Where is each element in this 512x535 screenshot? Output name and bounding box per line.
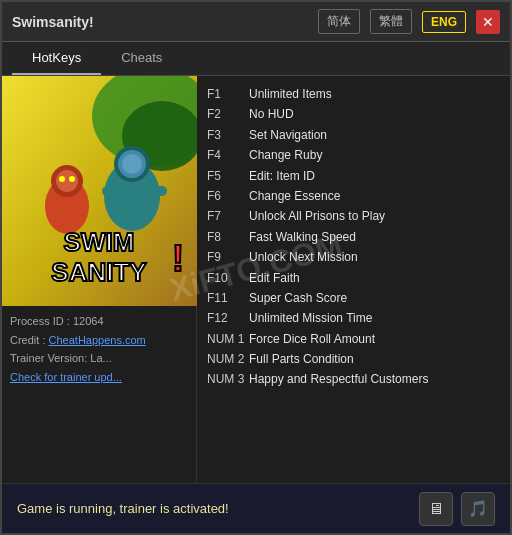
- hotkey-key: F3: [207, 125, 249, 145]
- tab-cheats[interactable]: Cheats: [101, 42, 182, 75]
- list-item: F9Unlock Next Mission: [207, 247, 500, 267]
- window-title: Swimsanity!: [12, 14, 308, 30]
- hotkey-key: F4: [207, 145, 249, 165]
- svg-point-12: [59, 176, 65, 182]
- game-image: SWIM SANITY !: [2, 76, 197, 306]
- hotkey-key: F7: [207, 206, 249, 226]
- hotkey-label: Happy and Respectful Customers: [249, 369, 428, 389]
- list-item: F6Change Essence: [207, 186, 500, 206]
- list-item: F1Unlimited Items: [207, 84, 500, 104]
- status-icons: 🖥 🎵: [419, 492, 495, 526]
- svg-point-11: [56, 170, 78, 192]
- hotkey-label: Unlock All Prisons to Play: [249, 206, 385, 226]
- svg-text:!: !: [172, 238, 184, 279]
- credit-label: Credit :: [10, 334, 45, 346]
- list-item: F12Unlimited Mission Time: [207, 308, 500, 328]
- list-item: NUM 2Full Parts Condition: [207, 349, 500, 369]
- tabs-bar: HotKeys Cheats: [2, 42, 510, 76]
- credit-row: Credit : CheatHappens.com: [10, 331, 188, 350]
- hotkey-label: Force Dice Roll Amount: [249, 329, 375, 349]
- hotkey-key: NUM 3: [207, 369, 249, 389]
- music-button[interactable]: 🎵: [461, 492, 495, 526]
- list-item: F3Set Navigation: [207, 125, 500, 145]
- svg-rect-7: [102, 186, 117, 196]
- list-item: NUM 1Force Dice Roll Amount: [207, 329, 500, 349]
- status-message: Game is running, trainer is activated!: [17, 501, 229, 516]
- hotkey-label: Edit: Item ID: [249, 166, 315, 186]
- list-item: F10Edit Faith: [207, 268, 500, 288]
- lang-traditional-btn[interactable]: 繁體: [370, 9, 412, 34]
- hotkey-key: F8: [207, 227, 249, 247]
- svg-text:SWIM: SWIM: [64, 227, 135, 257]
- hotkey-label: Fast Walking Speed: [249, 227, 356, 247]
- svg-point-13: [69, 176, 75, 182]
- status-bar: Game is running, trainer is activated! 🖥…: [2, 483, 510, 533]
- hotkey-key: F11: [207, 288, 249, 308]
- main-window: Swimsanity! 简体 繁體 ENG ✕ HotKeys Cheats: [0, 0, 512, 535]
- list-item: F8Fast Walking Speed: [207, 227, 500, 247]
- hotkey-key: NUM 2: [207, 349, 249, 369]
- hotkey-label: Full Parts Condition: [249, 349, 354, 369]
- hotkey-label: Change Essence: [249, 186, 340, 206]
- list-item: F2No HUD: [207, 104, 500, 124]
- hotkey-label: No HUD: [249, 104, 294, 124]
- hotkey-label: Edit Faith: [249, 268, 300, 288]
- hotkey-label: Unlimited Mission Time: [249, 308, 372, 328]
- update-link-text[interactable]: Check for trainer upd...: [10, 371, 122, 383]
- monitor-icon: 🖥: [428, 500, 444, 518]
- lang-eng-btn[interactable]: ENG: [422, 11, 466, 33]
- monitor-button[interactable]: 🖥: [419, 492, 453, 526]
- list-item: NUM 3Happy and Respectful Customers: [207, 369, 500, 389]
- main-body: SWIM SANITY ! Process ID : 12064 Credit …: [2, 76, 510, 483]
- close-button[interactable]: ✕: [476, 10, 500, 34]
- list-item: F7Unlock All Prisons to Play: [207, 206, 500, 226]
- hotkey-label: Unlimited Items: [249, 84, 332, 104]
- hotkey-label: Change Ruby: [249, 145, 322, 165]
- hotkey-label: Unlock Next Mission: [249, 247, 358, 267]
- title-bar: Swimsanity! 简体 繁體 ENG ✕: [2, 2, 510, 42]
- hotkey-key: F9: [207, 247, 249, 267]
- svg-point-6: [122, 154, 142, 174]
- hotkey-key: F10: [207, 268, 249, 288]
- hotkey-key: NUM 1: [207, 329, 249, 349]
- lang-simplified-btn[interactable]: 简体: [318, 9, 360, 34]
- check-update-link[interactable]: Check for trainer upd...: [10, 368, 188, 387]
- svg-text:SANITY: SANITY: [51, 257, 146, 287]
- hotkey-label: Super Cash Score: [249, 288, 347, 308]
- hotkey-key: F1: [207, 84, 249, 104]
- hotkey-key: F5: [207, 166, 249, 186]
- tab-hotkeys[interactable]: HotKeys: [12, 42, 101, 75]
- hotkey-key: F6: [207, 186, 249, 206]
- list-item: F11Super Cash Score: [207, 288, 500, 308]
- credit-link[interactable]: CheatHappens.com: [49, 334, 146, 346]
- list-item: F5Edit: Item ID: [207, 166, 500, 186]
- svg-rect-8: [152, 186, 167, 196]
- left-column: SWIM SANITY ! Process ID : 12064 Credit …: [2, 76, 197, 483]
- process-id: Process ID : 12064: [10, 312, 188, 331]
- hotkey-label: Set Navigation: [249, 125, 327, 145]
- list-item: F4Change Ruby: [207, 145, 500, 165]
- music-icon: 🎵: [468, 499, 488, 518]
- game-art-svg: SWIM SANITY !: [2, 76, 197, 306]
- left-panel-info: Process ID : 12064 Credit : CheatHappens…: [2, 306, 197, 393]
- hotkeys-list: F1Unlimited ItemsF2No HUDF3Set Navigatio…: [197, 76, 510, 483]
- trainer-version: Trainer Version: La...: [10, 349, 188, 368]
- hotkey-key: F2: [207, 104, 249, 124]
- hotkey-key: F12: [207, 308, 249, 328]
